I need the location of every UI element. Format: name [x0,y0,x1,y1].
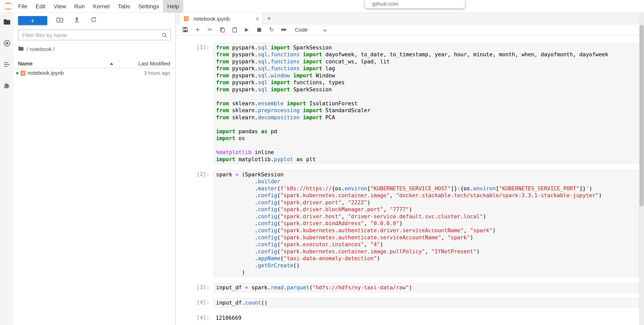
restart-run-all-button[interactable]: ▶▶ [279,25,288,34]
search-icon [162,32,168,40]
tab-label: notebook.ipynb [194,16,230,22]
file-name: notebook.ipynb [28,70,144,76]
fast-forward-icon: ▶▶ [282,28,286,32]
file-modified: 3 hours ago [144,70,176,76]
table-of-contents-icon[interactable] [3,61,10,68]
copy-cells-button[interactable] [218,25,227,34]
plus-icon: + [195,27,200,33]
new-tab-button[interactable]: + [263,13,275,24]
restart-icon: ↻ [269,27,274,32]
file-row[interactable]: notebook.ipynb 3 hours ago [14,68,176,78]
column-name-label: Name [18,60,32,66]
running-sessions-icon[interactable] [3,40,10,47]
tab-notebook[interactable]: notebook.ipynb × [179,13,263,24]
restart-kernel-button[interactable]: ↻ [267,25,276,34]
popup-text: github.com [372,0,398,8]
execution-prompt: [4]: [176,298,213,307]
upload-button[interactable] [74,17,80,25]
interrupt-kernel-button[interactable]: ■ [255,25,264,34]
folder-icon [18,46,24,53]
paste-cells-button[interactable] [230,25,239,34]
execution-prompt: [4]: [176,313,213,323]
cell-editor[interactable]: input_df.count() [214,298,639,307]
code-cell: [1]:from pyspark.sql import SparkSession… [176,43,644,164]
column-header-modified[interactable]: Last Modified [119,59,176,68]
output-cell: [4]:12106669 [176,313,644,323]
insert-cell-button[interactable]: + [193,25,202,34]
notebook-toolbar: + ✂ ▶ ■ ↻ ▶▶ Code [176,24,644,36]
execution-prompt: [1]: [176,43,213,164]
code-cell: [4]:input_df.count() [176,298,644,307]
workspace: + [0,13,644,325]
file-browser-icon[interactable] [3,18,10,26]
stop-icon: ■ [257,27,262,32]
notebook-file-icon [20,70,26,76]
menu-item-kernel[interactable]: Kernel [89,0,114,13]
menu-bar: File Edit View Run Kernel Tabs Settings … [0,0,644,13]
extensions-icon[interactable] [3,82,10,90]
vertical-scrollbar[interactable] [639,13,644,325]
cell-editor[interactable]: from pyspark.sql import SparkSessionfrom… [214,43,639,164]
new-launcher-button[interactable]: + [18,16,47,25]
cell-output: 12106669 [214,313,639,323]
cell-type-select[interactable]: Code [294,25,328,34]
menu-item-view[interactable]: View [50,0,70,13]
kernel-running-dot [16,72,18,74]
cell-editor[interactable]: input_df = spark.read.parquet("hdfs://hd… [214,283,639,292]
sort-ascending-icon [110,62,113,65]
run-cell-button[interactable]: ▶ [242,25,252,34]
refresh-button[interactable] [90,17,97,25]
column-header-name[interactable]: Name [14,59,119,68]
cell-editor[interactable]: spark = (SparkSession .builder .master(f… [214,170,639,277]
jupyter-logo-icon [3,1,13,11]
file-browser-toolbar: + [14,13,176,27]
cut-cells-button[interactable]: ✂ [205,25,214,34]
plus-icon: + [267,15,271,22]
code-cell: [3]:input_df = spark.read.parquet("hdfs:… [176,283,644,292]
menu-item-help[interactable]: Help [163,0,183,13]
notebook-scroll-area[interactable]: [1]:from pyspark.sql import SparkSession… [176,36,644,325]
file-browser-actions [56,16,97,25]
new-folder-button[interactable] [56,16,63,25]
tab-bar: notebook.ipynb × + [176,13,644,24]
menu-item-file[interactable]: File [14,0,31,13]
breadcrumb[interactable]: / notebook / [14,42,176,56]
file-filter-box [18,30,171,40]
menu-item-tabs[interactable]: Tabs [114,0,134,13]
file-browser-panel: + [14,13,176,325]
close-icon[interactable]: × [256,16,259,22]
file-filter-input[interactable] [18,30,170,40]
activity-bar [0,13,14,325]
notebook-file-icon [184,16,189,21]
menu-item-edit[interactable]: Edit [31,0,50,13]
main-area: notebook.ipynb × + + ✂ ▶ [176,13,644,325]
save-button[interactable] [181,25,190,34]
menu-item-run[interactable]: Run [70,0,89,13]
chevron-down-icon [323,27,327,33]
cell-type-label: Code [295,27,308,33]
file-list-header: Name Last Modified [14,59,176,68]
execution-prompt: [2]: [176,170,213,277]
jupyterlab-window: File Edit View Run Kernel Tabs Settings … [0,0,644,325]
code-cell: [2]:spark = (SparkSession .builder .mast… [176,170,644,277]
breadcrumb-path: / notebook / [27,46,55,52]
notebook-cells: [1]:from pyspark.sql import SparkSession… [176,43,644,322]
browser-popup: github.com [364,0,465,9]
execution-prompt: [3]: [176,283,213,292]
scrollbar-thumb[interactable] [640,25,644,206]
play-icon: ▶ [245,27,249,32]
scissors-icon: ✂ [208,27,212,32]
plus-icon: + [31,17,34,24]
menu-item-settings[interactable]: Settings [134,0,163,13]
